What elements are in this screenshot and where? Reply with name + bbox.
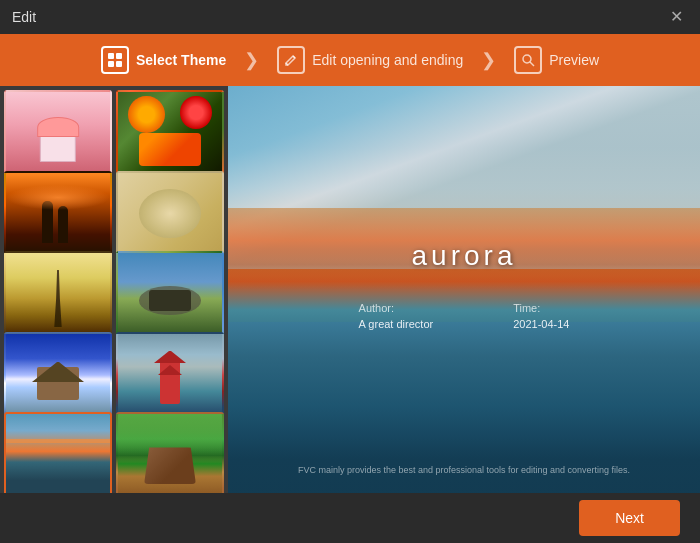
main-area: aurora Author: A great director Time: 20… xyxy=(0,86,700,493)
theme-item-sand[interactable] xyxy=(116,171,224,257)
pencil-icon xyxy=(284,53,298,67)
theme-item-flowers[interactable] xyxy=(116,90,224,176)
theme-item-eiffel[interactable] xyxy=(4,251,112,337)
grid-icon xyxy=(107,52,123,68)
preview-canvas: aurora Author: A great director Time: 20… xyxy=(228,86,700,493)
svg-line-5 xyxy=(530,62,534,66)
theme-item-couple[interactable] xyxy=(4,171,112,257)
step-edit-opening[interactable]: Edit opening and ending xyxy=(277,46,463,74)
close-button[interactable]: ✕ xyxy=(665,7,688,27)
theme-item-cupcake[interactable] xyxy=(4,90,112,176)
preview-area: aurora Author: A great director Time: 20… xyxy=(228,86,700,493)
step-bar: Select Theme ❯ Edit opening and ending ❯… xyxy=(0,34,700,86)
window-title: Edit xyxy=(12,9,36,25)
step-arrow-2: ❯ xyxy=(481,49,496,71)
meta-author-col: Author: A great director xyxy=(359,302,434,330)
time-label: Time: xyxy=(513,302,569,314)
title-bar: Edit ✕ xyxy=(0,0,700,34)
theme-item-pagoda[interactable] xyxy=(116,332,224,418)
svg-point-4 xyxy=(523,55,531,63)
step-arrow-1: ❯ xyxy=(244,49,259,71)
search-icon xyxy=(521,53,535,67)
preview-title: aurora xyxy=(412,240,517,272)
svg-rect-2 xyxy=(108,61,114,67)
theme-icon xyxy=(101,46,129,74)
step-preview-label: Preview xyxy=(549,52,599,68)
preview-icon-container xyxy=(514,46,542,74)
preview-meta: Author: A great director Time: 2021-04-1… xyxy=(359,302,570,330)
author-label: Author: xyxy=(359,302,434,314)
meta-time-col: Time: 2021-04-14 xyxy=(513,302,569,330)
preview-overlay: aurora Author: A great director Time: 20… xyxy=(228,86,700,493)
theme-item-cabin[interactable] xyxy=(4,332,112,418)
author-value: A great director xyxy=(359,318,434,330)
step-preview[interactable]: Preview xyxy=(514,46,599,74)
next-button[interactable]: Next xyxy=(579,500,680,536)
preview-footer: FVC mainly provides the best and profess… xyxy=(228,465,700,475)
theme-item-sunset-lake[interactable] xyxy=(4,412,112,493)
step-select-theme[interactable]: Select Theme xyxy=(101,46,226,74)
time-value: 2021-04-14 xyxy=(513,318,569,330)
step-select-theme-label: Select Theme xyxy=(136,52,226,68)
svg-rect-1 xyxy=(116,53,122,59)
theme-item-motocross[interactable] xyxy=(116,251,224,337)
svg-rect-0 xyxy=(108,53,114,59)
theme-list xyxy=(0,86,228,493)
theme-item-horse[interactable] xyxy=(116,412,224,493)
edit-icon xyxy=(277,46,305,74)
svg-rect-3 xyxy=(116,61,122,67)
bottom-bar: Next xyxy=(0,493,700,543)
step-edit-label: Edit opening and ending xyxy=(312,52,463,68)
